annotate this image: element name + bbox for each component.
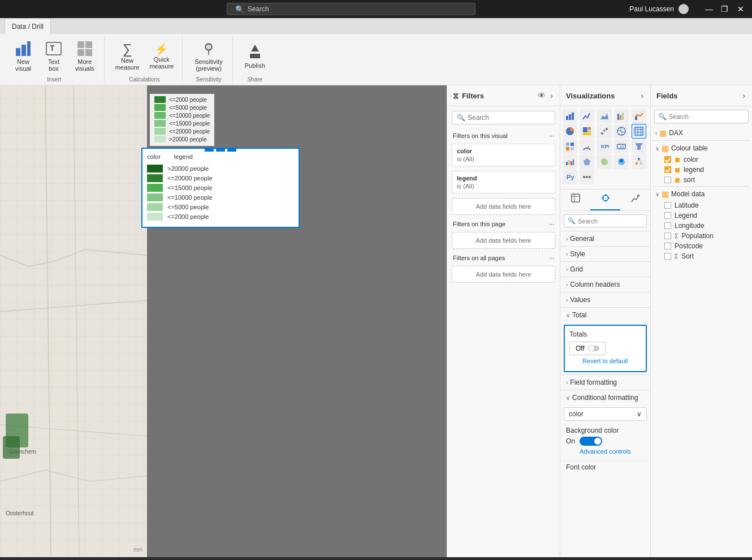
svg-rect-11 (250, 54, 260, 58)
toggle-thumb (594, 438, 601, 445)
user-avatar[interactable] (678, 4, 689, 14)
viz-icon-line[interactable] (580, 109, 594, 123)
viz-icon-map[interactable] (614, 124, 629, 139)
filters-page-add[interactable]: Add data fields here (452, 232, 555, 249)
svg-line-57 (637, 160, 639, 162)
advanced-controls-link[interactable]: Advanced controls (566, 446, 645, 457)
publish-button[interactable]: Publish (240, 38, 270, 74)
viz-icon-gauge[interactable] (580, 139, 594, 154)
viz-icon-azure-map[interactable] (614, 154, 629, 169)
new-visual-icon (14, 40, 32, 57)
revert-default-link[interactable]: Revert to default (569, 355, 641, 367)
ribbon-tabs: Data / Drill (0, 18, 752, 34)
viz-icon-table[interactable] (632, 124, 646, 139)
viz-icon-python[interactable]: Py (563, 170, 577, 184)
legend-resize-handle[interactable] (205, 148, 236, 152)
viz-icon-funnel[interactable] (632, 139, 646, 154)
viz-icon-combo[interactable] (632, 109, 646, 123)
field-group-dax-header[interactable]: › ▦ DAX (653, 127, 750, 139)
viz-icon-card[interactable]: 42 (614, 139, 629, 154)
bg-color-toggle[interactable] (580, 437, 602, 446)
field-postcode-checkbox[interactable] (664, 243, 671, 249)
new-measure-button[interactable]: ∑ Newmeasure (111, 39, 144, 73)
field-sort-model-checkbox[interactable] (664, 253, 671, 260)
fields-search-box[interactable]: 🔍 (654, 110, 749, 123)
field-item-legend[interactable]: ◼ legend (653, 165, 750, 175)
viz-icon-waterfall[interactable] (563, 154, 577, 169)
user-area: Paul Lucassen — ❐ ✕ (629, 2, 747, 16)
totals-off-button[interactable]: Off (569, 342, 606, 355)
field-legend-checkbox[interactable] (664, 166, 671, 173)
viz-colheaders-header[interactable]: › Column headers (560, 277, 650, 292)
viz-icon-shape-map[interactable] (597, 154, 612, 169)
viz-field-format-header[interactable]: › Field formatting (560, 375, 650, 390)
viz-tab-fields[interactable] (560, 189, 590, 210)
viz-format-search[interactable]: 🔍 (564, 214, 647, 227)
filters-visual-add[interactable]: Add data fields here (452, 198, 555, 215)
field-item-postcode[interactable]: Postcode (653, 241, 750, 251)
ribbon-tab-data-drill[interactable]: Data / Drill (5, 18, 51, 34)
viz-icon-treemap[interactable] (580, 124, 594, 139)
filters-all-add[interactable]: Add data fields here (452, 266, 555, 283)
cond-format-dropdown[interactable]: color ∨ (564, 407, 647, 421)
viz-icon-decomp[interactable] (632, 154, 646, 169)
viz-style-header[interactable]: › Style (560, 247, 650, 261)
filter-card-color[interactable]: color is (All) (452, 144, 555, 166)
viz-values-header[interactable]: › Values (560, 292, 650, 307)
filter-card-legend[interactable]: legend is (All) (452, 171, 555, 193)
viz-icon-kpi[interactable]: KPI (597, 139, 612, 154)
viz-icon-matrix[interactable] (563, 139, 577, 154)
viz-icon-filled-map[interactable] (580, 154, 594, 169)
close-button[interactable]: ✕ (734, 2, 747, 16)
viz-cond-format-header[interactable]: ∨ Conditional formatting (560, 390, 650, 405)
viz-icon-clustered-bar[interactable] (614, 109, 629, 123)
viz-general-header[interactable]: › General (560, 231, 650, 246)
viz-total-header[interactable]: ∨ Total (560, 308, 650, 322)
viz-icon-area[interactable] (597, 109, 612, 123)
legend-box[interactable]: color legend >20000 people <=20000 peopl… (141, 148, 300, 228)
legend-label-5: <=5000 people (167, 204, 209, 210)
field-longitude-checkbox[interactable] (664, 222, 671, 229)
color-legend-label-6: >20000 people (169, 136, 206, 143)
legend-table-header: color legend (147, 153, 294, 161)
viz-icon-stacked-bar[interactable] (563, 109, 577, 123)
field-item-longitude[interactable]: Longitude (653, 221, 750, 231)
viz-icon-dotdotdot[interactable] (580, 170, 594, 184)
field-item-sort[interactable]: ◼ sort (653, 175, 750, 185)
field-population-checkbox[interactable] (664, 232, 671, 239)
field-color-checkbox[interactable] (664, 156, 671, 163)
new-visual-button[interactable]: Newvisual (9, 38, 37, 74)
global-search-box[interactable]: 🔍 Search (227, 3, 476, 15)
viz-tab-analytics[interactable] (620, 189, 650, 210)
viz-icon-pie[interactable] (563, 124, 577, 139)
viz-expand-button[interactable]: › (639, 90, 645, 101)
sensitivity-button[interactable]: Sensitivity(preview) (189, 38, 228, 74)
filters-search-input[interactable] (468, 114, 552, 122)
restore-button[interactable]: ❐ (718, 2, 732, 16)
fields-search-input[interactable] (669, 113, 747, 120)
field-group-colour-header[interactable]: ∨ ▦ Colour table (653, 142, 750, 154)
field-group-model-header[interactable]: ∨ ▦ Model data (653, 188, 750, 200)
field-item-legend-model[interactable]: Legend (653, 210, 750, 221)
viz-grid-header[interactable]: › Grid (560, 262, 650, 277)
filters-expand-button[interactable]: › (549, 90, 554, 101)
fields-expand-button[interactable]: › (741, 90, 746, 101)
field-item-sort-model[interactable]: Σ Sort (653, 251, 750, 261)
viz-search-input[interactable] (578, 218, 643, 225)
field-latitude-checkbox[interactable] (664, 202, 671, 209)
minimize-button[interactable]: — (702, 2, 716, 16)
filters-eye-button[interactable]: 👁 (537, 90, 547, 101)
field-item-latitude[interactable]: Latitude (653, 200, 750, 210)
quick-measure-button[interactable]: ⚡ Quickmeasure (145, 39, 178, 73)
more-visuals-button[interactable]: Morevisuals (70, 38, 100, 74)
svg-rect-10 (206, 45, 211, 49)
filters-search-box[interactable]: 🔍 (452, 111, 555, 124)
field-sort-checkbox[interactable] (664, 176, 671, 183)
viz-tab-format[interactable] (590, 189, 620, 210)
field-item-population[interactable]: Σ Population (653, 231, 750, 241)
text-box-button[interactable]: T Textbox (40, 38, 68, 74)
field-item-color[interactable]: ◼ color (653, 154, 750, 165)
field-legend-model-checkbox[interactable] (664, 212, 671, 219)
viz-icon-scatter[interactable] (597, 124, 612, 139)
ribbon-group-insert: Newvisual T Textbox Morevisuals Insert (5, 36, 105, 83)
